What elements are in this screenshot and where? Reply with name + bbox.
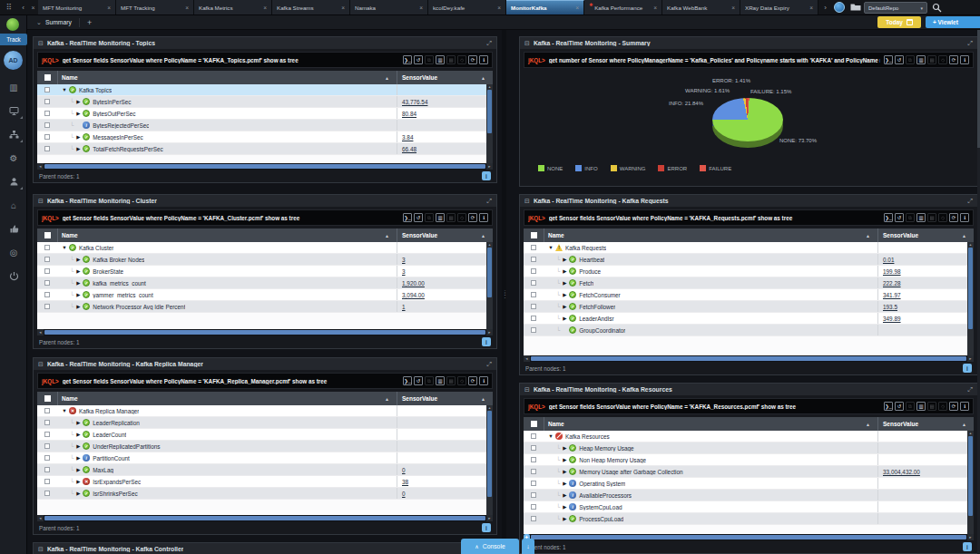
legend-item[interactable]: ERROR [658, 165, 687, 171]
table-row[interactable]: └iBytesRejectedPerSec [37, 120, 493, 131]
sensor-link[interactable]: Kafka Requests [565, 245, 606, 251]
table-icon[interactable]: ▦ [927, 402, 936, 411]
close-tab-icon[interactable]: × [653, 5, 657, 11]
expand-node-icon[interactable]: ▶ [74, 443, 82, 449]
table-row[interactable]: └▶✓Kafka Broker Nodes3 [37, 254, 493, 266]
expand-node-icon[interactable]: ▶ [74, 146, 82, 151]
pie-surface[interactable] [712, 98, 783, 141]
expand-node-icon[interactable]: ▶ [561, 469, 568, 474]
vertical-scrollbar[interactable]: ▲ [486, 84, 493, 163]
select-all-checkbox[interactable] [531, 232, 537, 238]
sensor-value-link[interactable]: 0.01 [883, 257, 894, 263]
chart-icon[interactable]: ▥ [916, 213, 926, 222]
sensor-link[interactable]: BytesRejectedPerSec [93, 122, 149, 129]
table-row[interactable]: └▶iOperating System [524, 478, 974, 490]
table-row[interactable]: └▶✕IsrExpandsPerSec38 [37, 476, 493, 488]
row-checkbox[interactable] [531, 280, 536, 286]
row-checkbox[interactable] [531, 492, 536, 498]
row-checkbox[interactable] [531, 445, 536, 451]
sensor-link[interactable]: LeaderReplication [93, 420, 140, 426]
collapse-node-icon[interactable]: ▼ [61, 408, 68, 413]
close-tab-icon[interactable]: × [341, 5, 345, 11]
row-checkbox[interactable] [531, 469, 536, 474]
close-tab-icon[interactable]: × [28, 0, 38, 15]
sensor-link[interactable]: UnderReplicatedPartitions [93, 443, 160, 450]
monitor-icon[interactable] [0, 99, 27, 122]
sensor-link[interactable]: Kafka Broker Nodes [93, 257, 144, 263]
sensor-link[interactable]: Operating System [579, 481, 625, 487]
copy-icon[interactable]: ⧉ [425, 213, 434, 222]
sensor-link[interactable]: FetchFollower [579, 304, 615, 310]
sensor-value-link[interactable]: 33,004,432.00 [883, 469, 920, 475]
legend-item[interactable]: WARNING [611, 165, 646, 171]
collapse-node-icon[interactable]: ▼ [61, 245, 68, 250]
tab-summary[interactable]: Summary [45, 19, 72, 25]
collapse-icon[interactable]: ⊟ [38, 37, 44, 49]
copy-icon[interactable]: ⧉ [906, 213, 915, 222]
row-checkbox[interactable] [44, 304, 50, 309]
expand-panel-icon[interactable]: ⤢ [967, 386, 973, 394]
run-query-icon[interactable]: ❯_ [884, 402, 893, 411]
chart-icon[interactable]: ▥ [436, 213, 445, 222]
dashboard-tab[interactable]: kcoIDey.kafe× [428, 0, 506, 15]
expand-node-icon[interactable]: ▶ [561, 481, 568, 486]
undo-icon[interactable]: ↺ [895, 402, 904, 411]
folder-icon[interactable] [850, 0, 861, 15]
table-row[interactable]: └▶✓LeaderReplication [37, 417, 493, 429]
table-row[interactable]: └▶iSystemCpuLoad [524, 501, 974, 513]
row-checkbox[interactable] [44, 491, 50, 496]
info-icon[interactable]: ℹ [479, 55, 488, 64]
row-checkbox[interactable] [44, 146, 50, 151]
table-icon[interactable]: ▦ [446, 376, 456, 385]
row-checkbox[interactable] [531, 481, 536, 486]
table-row[interactable]: ▼✓Kafka Topics [37, 84, 493, 96]
user-presence-icon[interactable] [834, 2, 845, 13]
sitemap-icon[interactable] [0, 122, 27, 146]
table-row[interactable]: └▶✓yammer_metrics_count3,094.00 [37, 289, 493, 301]
horizontal-scrollbar[interactable]: ◂▸ [37, 515, 493, 521]
expand-node-icon[interactable]: ▶ [74, 268, 82, 274]
sensor-value-link[interactable]: 3 [402, 257, 406, 263]
table-row[interactable]: └▶✓ProcessCpuLoad [524, 513, 974, 525]
undo-icon[interactable]: ↺ [414, 376, 423, 385]
collapse-node-icon[interactable]: ▼ [547, 433, 554, 439]
copy-icon[interactable]: ⧉ [425, 376, 434, 385]
close-tab-icon[interactable]: × [263, 5, 267, 11]
query-text[interactable]: get Sensor fields SensorValue where Poli… [63, 378, 399, 384]
sensor-value-link[interactable]: 349.89 [883, 316, 901, 322]
row-checkbox[interactable] [44, 134, 50, 140]
table-row[interactable]: └▶✓BytesInPerSec43,776.54 [37, 96, 493, 108]
expand-node-icon[interactable]: ▶ [74, 432, 82, 437]
sort-asc-icon[interactable]: ▲ [385, 75, 389, 81]
expand-node-icon[interactable]: ▶ [74, 292, 82, 297]
sort-asc-icon[interactable]: ▲ [481, 75, 485, 81]
legend-item[interactable]: NONE [538, 165, 563, 171]
sensor-value-link[interactable]: 222.28 [883, 280, 901, 287]
query-text[interactable]: get number of Sensor where PolicyManager… [549, 57, 880, 63]
expand-node-icon[interactable]: ▶ [74, 304, 82, 309]
search-icon[interactable] [932, 0, 942, 15]
horizontal-scrollbar[interactable]: ◂▸ [37, 329, 493, 335]
sensor-value-link[interactable]: 38 [402, 479, 408, 485]
run-query-icon[interactable]: ❯_ [403, 376, 412, 385]
sensor-link[interactable]: TotalFetchRequestsPerSec [93, 146, 162, 152]
expand-node-icon[interactable]: ▶ [561, 516, 568, 521]
run-query-icon[interactable]: ❯_ [884, 213, 893, 222]
table-row[interactable]: └▶✓Produce199.98 [524, 266, 974, 277]
collapse-icon[interactable]: ⊟ [524, 195, 530, 207]
row-checkbox[interactable] [531, 292, 536, 297]
table-row[interactable]: └▶iPartitionCount [37, 452, 493, 464]
dashboard-tab[interactable]: Kafka WebBank× [662, 0, 740, 15]
sensor-link[interactable]: Produce [579, 268, 601, 275]
vertical-scrollbar[interactable]: ▲ [967, 431, 974, 534]
dashboard-tab[interactable]: MonitorKafka× [506, 0, 584, 15]
expand-panel-icon[interactable]: ⤢ [967, 40, 973, 47]
row-checkbox[interactable] [531, 316, 536, 321]
query-text[interactable]: get Sensor fields SensorValue where Poli… [549, 215, 880, 221]
expand-node-icon[interactable]: ▶ [74, 99, 82, 104]
collapse-icon[interactable]: ⊟ [38, 543, 44, 554]
expand-panel-icon[interactable]: ⤢ [967, 198, 973, 205]
run-query-icon[interactable]: ❯_ [884, 55, 893, 64]
sensor-link[interactable]: MessagesInPerSec [93, 134, 142, 141]
sensor-value-link[interactable]: 1,920.00 [402, 280, 425, 287]
